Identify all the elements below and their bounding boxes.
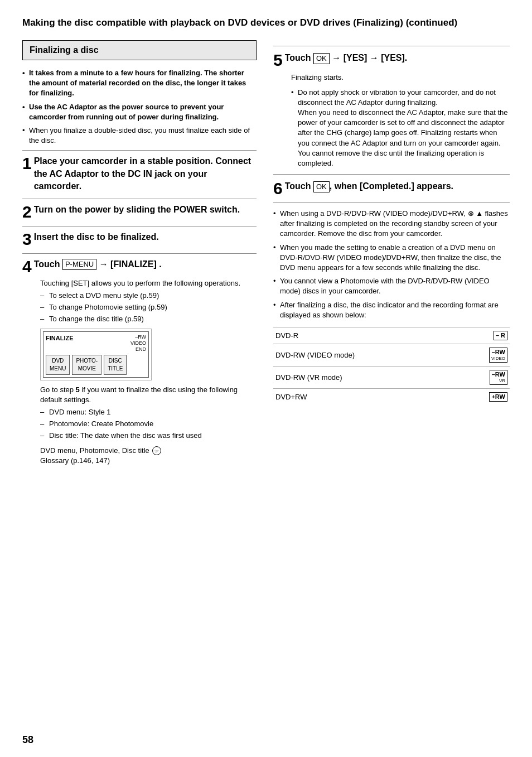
finalize-buttons: DVDMENU PHOTO-MOVIE DISCTITLE: [46, 355, 146, 375]
step-6-title: Touch OK, when [Completed.] appears.: [285, 180, 453, 192]
step-1-block: 1 Place your camcorder in a stable posit…: [22, 150, 257, 192]
after-bullet-1: When using a DVD-R/DVD-RW (VIDEO mode)/D…: [273, 209, 510, 239]
disc-badge-dvdprw: +RW: [459, 388, 510, 405]
step-5-block: 5 Touch OK → [YES] → [YES]. Finalizing s…: [273, 46, 510, 168]
step-5-number: 5: [273, 52, 283, 69]
step-4-content: Touching [SET] allows you to perform the…: [22, 278, 257, 466]
step-5-title: Touch OK → [YES] → [YES].: [285, 52, 408, 64]
disc-table: DVD-R – R DVD-RW (VIDEO mode): [273, 327, 510, 405]
step-1-number: 1: [22, 155, 32, 172]
disc-label-dvdprw: DVD+RW: [273, 388, 459, 405]
step-1-title: Place your camcorder in a stable positio…: [34, 155, 257, 192]
after-bullet-4: After finalizing a disc, the disc indica…: [273, 300, 510, 320]
dash-item-3: To change the disc title (p.59): [40, 314, 257, 324]
disc-row-dvdrw-video: DVD-RW (VIDEO mode) –RW VIDEO: [273, 344, 510, 367]
intro-bullets: It takes from a minute to a few hours fo…: [22, 68, 257, 146]
disc-label-dvdr: DVD-R: [273, 327, 459, 344]
finalize-btn-photo-movie: PHOTO-MOVIE: [72, 355, 101, 375]
goto-step5-text: Go to step 5 if you want to finalize the…: [40, 385, 257, 405]
disc-label-dvdrw-video: DVD-RW (VIDEO mode): [273, 344, 459, 367]
default-settings-list: DVD menu: Style 1 Photomovie: Create Pho…: [40, 407, 257, 441]
step-3-number: 3: [22, 231, 32, 248]
disc-badge-dvdrw-vr: –RW VR: [459, 366, 510, 388]
default-2: Photomovie: Create Photomovie: [40, 419, 257, 429]
after-bullet-2: When you made the setting to enable a cr…: [273, 243, 510, 273]
glossary-icon: ☞: [152, 446, 161, 455]
section-box-finalizing: Finalizing a disc: [22, 40, 257, 60]
right-column: 5 Touch OK → [YES] → [YES]. Finalizing s…: [273, 40, 510, 471]
step-4-intro: Touching [SET] allows you to perform the…: [40, 278, 257, 288]
disc-row-dvdr: DVD-R – R: [273, 327, 510, 344]
dash-item-1: To select a DVD menu style (p.59): [40, 291, 257, 301]
footnote-text: DVD menu, Photomovie, Disc title ☞ Gloss…: [40, 446, 257, 466]
step-2-block: 2 Turn on the power by sliding the POWER…: [22, 199, 257, 220]
step-2-number: 2: [22, 204, 32, 220]
bullet-2: Use the AC Adaptor as the power source t…: [22, 102, 257, 122]
step-5-intro: Finalizing starts.: [291, 72, 510, 83]
default-1: DVD menu: Style 1: [40, 407, 257, 417]
finalize-btn-disc-title: DISCTITLE: [104, 355, 127, 375]
bullet-3: When you finalize a double-sided disc, y…: [22, 126, 257, 146]
bullet-1: It takes from a minute to a few hours fo…: [22, 68, 257, 99]
ok-box-6: OK: [313, 181, 330, 192]
finalize-menu-image: FINALIZE –RW VIDEO END DVDMENU PHOTO-MOV…: [40, 329, 152, 380]
page-number: 58: [22, 734, 33, 746]
after-bullets: When using a DVD-R/DVD-RW (VIDEO mode)/D…: [273, 209, 510, 320]
step-5-bullet-1: Do not apply shock or vibration to your …: [291, 88, 510, 169]
default-3: Disc title: The date when the disc was f…: [40, 431, 257, 441]
step-3-block: 3 Insert the disc to be finalized.: [22, 226, 257, 248]
pmenu-box: P-MENU: [62, 259, 96, 270]
page-header: Making the disc compatible with playback…: [22, 17, 510, 29]
step-5-content: Finalizing starts. Do not apply shock or…: [273, 72, 510, 168]
finalize-right-labels: –RW VIDEO END: [130, 334, 146, 352]
step-4-dash-list: To select a DVD menu style (p.59) To cha…: [40, 291, 257, 325]
disc-label-dvdrw-vr: DVD-RW (VR mode): [273, 366, 459, 388]
disc-row-dvdrw-vr: DVD-RW (VR mode) –RW VR: [273, 366, 510, 388]
ok-box-5: OK: [313, 53, 330, 64]
step-4-title: Touch P-MENU → [FINALIZE] .: [34, 258, 162, 271]
dash-item-2: To change Photomovie setting (p.59): [40, 302, 257, 312]
step-6-number: 6: [273, 180, 283, 197]
left-column: Finalizing a disc It takes from a minute…: [22, 40, 257, 471]
step-5-bullets: Do not apply shock or vibration to your …: [291, 88, 510, 169]
step-3-title: Insert the disc to be finalized.: [34, 231, 159, 243]
step-4-number: 4: [22, 258, 32, 275]
step-2-title: Turn on the power by sliding the POWER s…: [34, 204, 240, 216]
step-6-block: 6 Touch OK, when [Completed.] appears.: [273, 174, 510, 197]
finalize-btn-dvd-menu: DVDMENU: [46, 355, 70, 375]
disc-badge-dvdr: – R: [459, 327, 510, 344]
after-bullet-3: You cannot view a Photomovie with the DV…: [273, 276, 510, 296]
section-title: Finalizing a disc: [30, 45, 249, 55]
step-4-block: 4 Touch P-MENU → [FINALIZE] . Touching […: [22, 253, 257, 466]
disc-badge-dvdrw-video: –RW VIDEO: [459, 344, 510, 367]
disc-row-dvdprw: DVD+RW +RW: [273, 388, 510, 405]
finalize-menu-label: FINALIZE: [46, 334, 74, 343]
